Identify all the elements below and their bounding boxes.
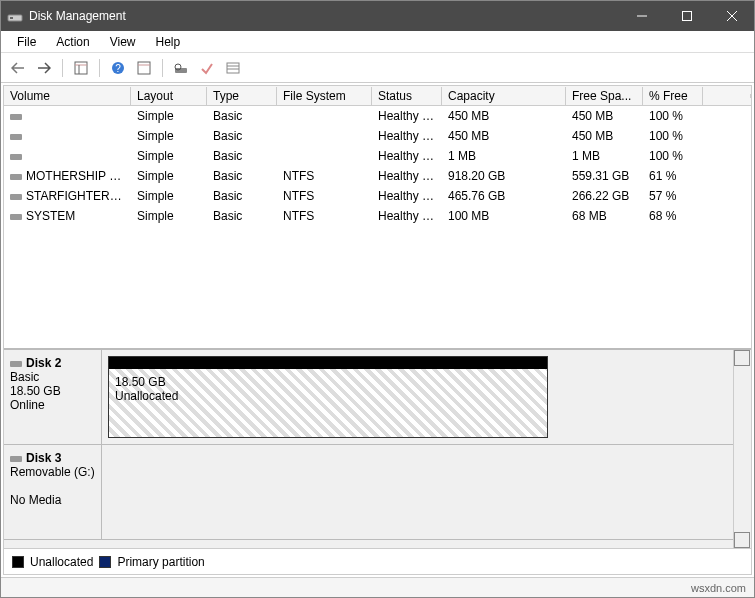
- column-header-status[interactable]: Status: [372, 87, 442, 105]
- svg-rect-11: [138, 62, 150, 74]
- disk-icon: [10, 456, 22, 462]
- cell-filesystem: [277, 154, 372, 158]
- menubar: File Action View Help: [1, 31, 754, 53]
- menu-file[interactable]: File: [7, 33, 46, 51]
- cell-type: Basic: [207, 187, 277, 205]
- cell-capacity: 918.20 GB: [442, 167, 566, 185]
- minimize-button[interactable]: [619, 1, 664, 31]
- cell-layout: Simple: [131, 187, 207, 205]
- scrollbar-down-button[interactable]: [734, 532, 750, 548]
- cell-freespace: 450 MB: [566, 127, 643, 145]
- cell-type: Basic: [207, 107, 277, 125]
- cell-filesystem: [277, 134, 372, 138]
- column-header-end[interactable]: [703, 94, 751, 98]
- volume-row[interactable]: MOTHERSHIP (C:)SimpleBasicNTFSHealthy (B…: [4, 166, 751, 186]
- volume-row[interactable]: SYSTEMSimpleBasicNTFSHealthy (S...100 MB…: [4, 206, 751, 226]
- statusbar: wsxdn.com: [1, 577, 754, 597]
- graphical-view: Disk 2 Basic 18.50 GB Online 18.50 GB Un…: [4, 348, 751, 548]
- settings-button[interactable]: [170, 57, 192, 79]
- cell-freespace: 559.31 GB: [566, 167, 643, 185]
- cell-layout: Simple: [131, 107, 207, 125]
- cell-capacity: 450 MB: [442, 107, 566, 125]
- cell-capacity: 1 MB: [442, 147, 566, 165]
- cell-volume: [4, 107, 131, 125]
- volume-icon: [10, 214, 22, 220]
- volume-icon: [10, 114, 22, 120]
- back-button[interactable]: [7, 57, 29, 79]
- maximize-button[interactable]: [664, 1, 709, 31]
- disk2-unallocated-partition[interactable]: 18.50 GB Unallocated: [108, 356, 548, 438]
- partition-state: Unallocated: [115, 389, 541, 403]
- cell-status: Healthy (P...: [372, 187, 442, 205]
- column-header-pctfree[interactable]: % Free: [643, 87, 703, 105]
- volume-row[interactable]: SimpleBasicHealthy (R...450 MB450 MB100 …: [4, 106, 751, 126]
- cell-freespace: 450 MB: [566, 107, 643, 125]
- toolbar-separator: [62, 59, 63, 77]
- cell-freespace: 266.22 GB: [566, 187, 643, 205]
- volume-icon: [10, 194, 22, 200]
- toolbar: ?: [1, 53, 754, 83]
- cell-capacity: 465.76 GB: [442, 187, 566, 205]
- cell-pctfree: 100 %: [643, 147, 703, 165]
- properties-button[interactable]: [196, 57, 218, 79]
- volume-row[interactable]: SimpleBasicHealthy (R...450 MB450 MB100 …: [4, 126, 751, 146]
- disk2-type: Basic: [10, 370, 39, 384]
- disk2-label: Disk 2: [26, 356, 61, 370]
- window-title: Disk Management: [29, 9, 619, 23]
- scrollbar-up-button[interactable]: [734, 350, 750, 366]
- help-button[interactable]: ?: [107, 57, 129, 79]
- menu-help[interactable]: Help: [146, 33, 191, 51]
- column-header-capacity[interactable]: Capacity: [442, 87, 566, 105]
- partition-body: 18.50 GB Unallocated: [109, 369, 547, 437]
- cell-pctfree: 57 %: [643, 187, 703, 205]
- cell-pctfree: 61 %: [643, 167, 703, 185]
- volume-row[interactable]: SimpleBasicHealthy (P...1 MB1 MB100 %: [4, 146, 751, 166]
- app-icon: [7, 8, 23, 24]
- list-button[interactable]: [222, 57, 244, 79]
- column-header-filesystem[interactable]: File System: [277, 87, 372, 105]
- cell-volume: [4, 127, 131, 145]
- partition-size: 18.50 GB: [115, 375, 541, 389]
- column-header-freespace[interactable]: Free Spa...: [566, 87, 643, 105]
- vertical-scrollbar[interactable]: [733, 350, 751, 548]
- cell-filesystem: NTFS: [277, 187, 372, 205]
- disk3-type: Removable (G:): [10, 465, 95, 479]
- cell-status: Healthy (P...: [372, 147, 442, 165]
- content-area: Volume Layout Type File System Status Ca…: [3, 85, 752, 575]
- footer-text: wsxdn.com: [691, 582, 746, 594]
- cell-status: Healthy (R...: [372, 107, 442, 125]
- cell-pctfree: 100 %: [643, 127, 703, 145]
- volume-icon: [10, 154, 22, 160]
- column-header-type[interactable]: Type: [207, 87, 277, 105]
- cell-volume: SYSTEM: [4, 207, 131, 225]
- column-header-layout[interactable]: Layout: [131, 87, 207, 105]
- disk-row-disk2[interactable]: Disk 2 Basic 18.50 GB Online 18.50 GB Un…: [4, 350, 733, 445]
- cell-layout: Simple: [131, 167, 207, 185]
- cell-freespace: 1 MB: [566, 147, 643, 165]
- cell-type: Basic: [207, 207, 277, 225]
- svg-rect-15: [227, 63, 239, 73]
- titlebar: Disk Management: [1, 1, 754, 31]
- legend-label-unallocated: Unallocated: [30, 555, 93, 569]
- disk3-status: No Media: [10, 493, 61, 507]
- column-header-volume[interactable]: Volume: [4, 87, 131, 105]
- volume-icon: [10, 174, 22, 180]
- menu-view[interactable]: View: [100, 33, 146, 51]
- refresh-button[interactable]: [133, 57, 155, 79]
- menu-action[interactable]: Action: [46, 33, 99, 51]
- toolbar-separator: [162, 59, 163, 77]
- cell-filesystem: [277, 114, 372, 118]
- disk3-partitions: [102, 445, 733, 539]
- close-button[interactable]: [709, 1, 754, 31]
- cell-filesystem: NTFS: [277, 207, 372, 225]
- toolbar-separator: [99, 59, 100, 77]
- volume-icon: [10, 134, 22, 140]
- show-hide-tree-button[interactable]: [70, 57, 92, 79]
- cell-type: Basic: [207, 167, 277, 185]
- volume-row[interactable]: STARFIGHTER (A:)SimpleBasicNTFSHealthy (…: [4, 186, 751, 206]
- disk-row-disk3[interactable]: Disk 3 Removable (G:) No Media: [4, 445, 733, 540]
- cell-status: Healthy (B...: [372, 167, 442, 185]
- volume-list[interactable]: SimpleBasicHealthy (R...450 MB450 MB100 …: [4, 106, 751, 348]
- forward-button[interactable]: [33, 57, 55, 79]
- svg-rect-1: [10, 17, 13, 19]
